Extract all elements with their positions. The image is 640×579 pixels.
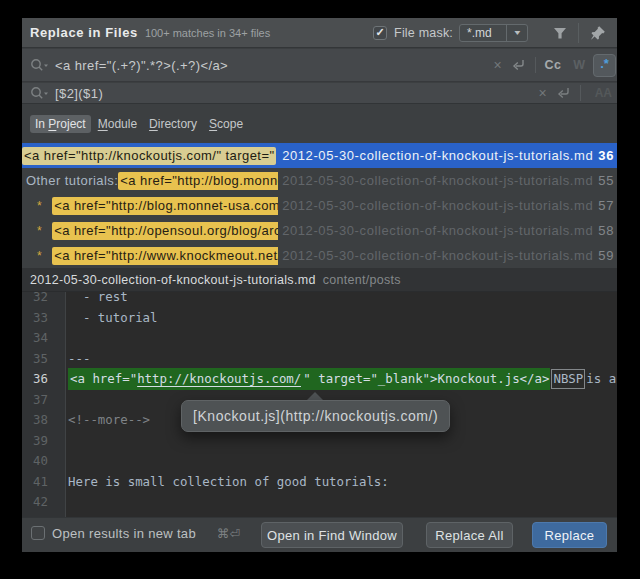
screen-background: Replace in Files 100+ matches in 34+ fil… bbox=[0, 0, 640, 579]
match-count-summary: 100+ matches in 34+ files bbox=[145, 27, 270, 39]
open-in-find-window-button[interactable]: Open in Find Window bbox=[261, 522, 403, 548]
nbsp-marker: NBSP bbox=[551, 369, 585, 389]
result-line-number: 59 bbox=[598, 248, 614, 263]
line-number: 35 bbox=[22, 349, 48, 370]
search-magnifier-icon[interactable] bbox=[30, 58, 49, 72]
search-query-input[interactable]: <a href="(.+?)".*?>(.+?)</a> bbox=[55, 58, 228, 73]
scope-tab-in-project[interactable]: In Project bbox=[30, 115, 91, 133]
insert-newline-icon[interactable] bbox=[556, 86, 571, 100]
code-line: - tutorial bbox=[68, 308, 617, 329]
icons-separator bbox=[580, 85, 581, 101]
filter-icon[interactable] bbox=[553, 26, 567, 40]
scope-tab-mnemonic: S bbox=[209, 117, 217, 131]
match-highlight: <a href="http://opensoul.org/blog/archi bbox=[52, 222, 278, 240]
result-snippet: *<a href="http://www.knockmeout.net/20 bbox=[22, 243, 278, 268]
pin-icon[interactable] bbox=[589, 24, 607, 42]
scope-tab-text: odule bbox=[108, 117, 137, 131]
dialog-titlebar: Replace in Files 100+ matches in 34+ fil… bbox=[22, 18, 617, 48]
icons-separator bbox=[535, 57, 536, 73]
scope-tab-text: irectory bbox=[158, 117, 197, 131]
scope-tab-scope[interactable]: Scope bbox=[204, 115, 248, 133]
snippet-bullet: * bbox=[22, 199, 42, 213]
line-number: 34 bbox=[22, 328, 48, 349]
line-numbers: 3233343536373839404142 bbox=[22, 292, 65, 513]
result-file-info: 2012-05-30-collection-of-knockout-js-tut… bbox=[282, 143, 614, 168]
replace-text-input[interactable]: [$2]($1) bbox=[55, 86, 103, 101]
match-highlight: <a href="http://knockoutjs.com/" target=… bbox=[22, 147, 276, 165]
snippet-bullet: * bbox=[22, 249, 42, 263]
scope-tab-text: roject bbox=[56, 117, 85, 131]
result-row[interactable]: *<a href="http://www.knockmeout.net/2020… bbox=[22, 243, 617, 268]
words-toggle[interactable]: W bbox=[573, 58, 585, 72]
chevron-down-icon: ▼ bbox=[512, 29, 522, 36]
code-segment: --- bbox=[68, 351, 90, 366]
result-file-name: 2012-05-30-collection-of-knockout-js-tut… bbox=[282, 148, 593, 163]
scope-tab-text: In bbox=[35, 117, 48, 131]
scope-tab-mnemonic: D bbox=[149, 117, 158, 131]
result-file-info: 2012-05-30-collection-of-knockout-js-tut… bbox=[282, 218, 614, 243]
replace-field-icons: × AA bbox=[538, 85, 617, 101]
result-file-name: 2012-05-30-collection-of-knockout-js-tut… bbox=[282, 223, 593, 238]
preserve-case-toggle[interactable]: AA bbox=[595, 86, 612, 100]
scope-tab-module[interactable]: Module bbox=[93, 115, 142, 133]
line-number: 42 bbox=[22, 492, 48, 513]
result-file-name: 2012-05-30-collection-of-knockout-js-tut… bbox=[282, 198, 593, 213]
result-row[interactable]: <a href="http://knockoutjs.com/" target=… bbox=[22, 143, 617, 168]
replacement-preview-text: [Knockout.js](http://knockoutjs.com/) bbox=[193, 408, 438, 424]
result-snippet: Other tutorials:<a href="http://blog.mon… bbox=[22, 168, 278, 193]
clear-replace-icon[interactable]: × bbox=[538, 86, 546, 100]
line-number: 32 bbox=[22, 292, 48, 308]
replace-all-button[interactable]: Replace All bbox=[426, 522, 513, 548]
result-file-info: 2012-05-30-collection-of-knockout-js-tut… bbox=[282, 168, 614, 193]
file-mask-checkbox[interactable]: ✓ bbox=[373, 26, 387, 40]
preview-file-header: 2012-05-30-collection-of-knockout-js-tut… bbox=[22, 268, 617, 292]
result-line-number: 36 bbox=[598, 148, 614, 163]
file-mask-dropdown-button[interactable]: ▼ bbox=[506, 25, 527, 41]
line-number: 36 bbox=[22, 369, 48, 390]
scope-tab-mnemonic: M bbox=[98, 117, 108, 131]
result-snippet: *<a href="http://opensoul.org/blog/archi bbox=[22, 218, 278, 243]
result-file-name: 2012-05-30-collection-of-knockout-js-tut… bbox=[282, 248, 593, 263]
file-mask-combobox[interactable]: *.md ▼ bbox=[459, 24, 528, 42]
replace-magnifier-icon[interactable] bbox=[30, 86, 49, 100]
replace-shortcut-hint: ⌘⏎ bbox=[217, 526, 240, 541]
clear-search-icon[interactable]: × bbox=[493, 58, 501, 72]
matched-code-segment: http://knockoutjs.com/ bbox=[137, 368, 301, 390]
open-results-new-tab-checkbox[interactable] bbox=[31, 526, 45, 540]
editor-gutter: 3233343536373839404142 bbox=[22, 292, 66, 517]
code-segment: - tutorial bbox=[68, 310, 158, 325]
code-line: <a href="http://knockoutjs.com/" target=… bbox=[68, 369, 617, 390]
search-field-row[interactable]: <a href="(.+?)".*?>(.+?)</a> × Cc W .* bbox=[22, 49, 617, 82]
line-number: 33 bbox=[22, 308, 48, 329]
preview-file-name: 2012-05-30-collection-of-knockout-js-tut… bbox=[30, 273, 316, 287]
search-field-icons: × Cc W .* bbox=[493, 54, 617, 77]
result-file-info: 2012-05-30-collection-of-knockout-js-tut… bbox=[282, 243, 614, 268]
line-number: 37 bbox=[22, 390, 48, 411]
dialog-title: Replace in Files bbox=[30, 25, 138, 40]
match-case-toggle[interactable]: Cc bbox=[545, 58, 562, 72]
snippet-bullet: * bbox=[22, 224, 42, 238]
code-line bbox=[68, 431, 617, 452]
result-row[interactable]: *<a href="http://opensoul.org/blog/archi… bbox=[22, 218, 617, 243]
code-line: Here is small collection of good tutoria… bbox=[68, 472, 617, 493]
insert-newline-icon[interactable] bbox=[511, 58, 526, 72]
code-segment: Here is small collection of good tutoria… bbox=[68, 474, 389, 489]
replace-field-row[interactable]: [$2]($1) × AA bbox=[22, 83, 617, 104]
code-segment: <!--more--> bbox=[68, 412, 150, 427]
scope-tab-directory[interactable]: Directory bbox=[144, 115, 202, 133]
scope-tabs: In ProjectModuleDirectoryScope bbox=[22, 105, 617, 143]
regex-toggle[interactable]: .* bbox=[593, 54, 616, 77]
result-row[interactable]: Other tutorials:<a href="http://blog.mon… bbox=[22, 168, 617, 193]
replace-button[interactable]: Replace bbox=[532, 522, 607, 548]
match-highlight: <a href="http://blog.monnet-usa.com/?p bbox=[52, 197, 278, 215]
match-highlight: <a href="http://www.knockmeout.net/20 bbox=[52, 247, 278, 265]
line-number: 39 bbox=[22, 431, 48, 452]
match-highlight: <a href="http://blog.monnet-u bbox=[118, 172, 278, 190]
checkmark-icon: ✓ bbox=[375, 27, 384, 38]
result-row[interactable]: *<a href="http://blog.monnet-usa.com/?p2… bbox=[22, 193, 617, 218]
code-segment: is a bbox=[586, 371, 616, 386]
code-line bbox=[68, 328, 617, 349]
result-snippet: *<a href="http://blog.monnet-usa.com/?p bbox=[22, 193, 278, 218]
line-number: 41 bbox=[22, 472, 48, 493]
code-line: --- bbox=[68, 349, 617, 370]
